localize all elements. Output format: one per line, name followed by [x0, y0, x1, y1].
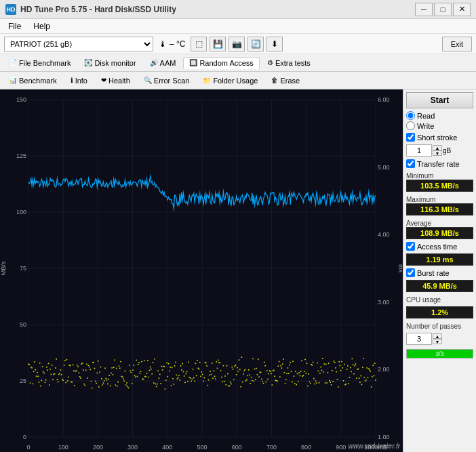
main-chart — [0, 89, 403, 452]
title-bar: HD HD Tune Pro 5.75 - Hard Disk/SSD Util… — [0, 0, 476, 19]
tab-folder-usage-label: Folder Usage — [213, 77, 258, 85]
tab-disk-monitor[interactable]: 💽 Disk monitor — [78, 57, 142, 69]
write-radio[interactable] — [406, 121, 415, 130]
progress-bar-fill: 3/3 — [407, 350, 473, 358]
tab-file-benchmark[interactable]: 📄 File Benchmark — [3, 57, 77, 69]
progress-text: 3/3 — [435, 350, 444, 357]
passes-input[interactable] — [406, 333, 432, 345]
cpu-usage-value: 1.2% — [406, 306, 473, 319]
transfer-rate-label[interactable]: Transfer rate — [406, 159, 473, 168]
short-stroke-spinner: ▲ ▼ gB — [406, 144, 473, 157]
toolbar-btn-1[interactable]: ⬚ — [191, 37, 207, 52]
tab-random-access[interactable]: 🔲 Random Access — [183, 57, 259, 69]
toolbar-icons: ⬚ 💾 📷 🔄 ⬇ — [191, 37, 283, 52]
toolbar-btn-3[interactable]: 📷 — [229, 37, 245, 52]
num-passes-label: Number of passes — [406, 323, 473, 330]
menu-bar: File Help — [0, 19, 476, 34]
short-stroke-down[interactable]: ▼ — [433, 150, 442, 156]
temp-value: – °C — [170, 39, 185, 49]
passes-spinner: ▲ ▼ — [406, 333, 473, 345]
menu-help[interactable]: Help — [28, 20, 56, 33]
maximum-label: Maximum — [406, 196, 473, 203]
maximize-button[interactable]: □ — [434, 3, 452, 16]
minimum-value: 103.5 MB/s — [406, 180, 473, 192]
minimum-section: Minimum 103.5 MB/s — [406, 171, 473, 192]
close-button[interactable]: ✕ — [453, 3, 471, 16]
short-stroke-label[interactable]: Short stroke — [406, 133, 473, 142]
tab-extra-tests-label: Extra tests — [275, 59, 311, 67]
error-scan-icon: 🔍 — [144, 77, 152, 84]
read-label: Read — [417, 112, 435, 120]
short-stroke-up[interactable]: ▲ — [433, 145, 442, 150]
burst-rate-label[interactable]: Burst rate — [406, 268, 473, 277]
watermark: www.ssd-tester.fr — [349, 442, 400, 449]
erase-icon: 🗑 — [271, 77, 278, 84]
tab-error-scan[interactable]: 🔍 Error Scan — [138, 75, 196, 87]
drive-select[interactable]: PATRIOT (251 gB) — [4, 37, 153, 52]
tab-extra-tests[interactable]: ⚙ Extra tests — [261, 57, 317, 69]
tab-file-benchmark-label: File Benchmark — [19, 59, 71, 67]
app-icon: HD — [5, 4, 16, 15]
tab-disk-monitor-label: Disk monitor — [94, 59, 136, 67]
tab-health-label: Health — [108, 77, 130, 85]
extra-tests-icon: ⚙ — [267, 59, 273, 66]
passes-up[interactable]: ▲ — [433, 333, 442, 339]
short-stroke-checkbox[interactable] — [406, 133, 415, 142]
passes-down[interactable]: ▼ — [433, 339, 442, 344]
access-time-label[interactable]: Access time — [406, 242, 473, 251]
exit-button[interactable]: Exit — [442, 37, 472, 52]
file-benchmark-icon: 📄 — [9, 59, 17, 66]
average-value: 108.9 MB/s — [406, 227, 473, 239]
short-stroke-input[interactable] — [406, 144, 432, 157]
right-panel: Start Read Write Short stroke ▲ ▼ gB — [403, 89, 476, 452]
tab-aam[interactable]: 🔊 AAM — [144, 57, 182, 69]
tab-health[interactable]: ❤ Health — [95, 75, 136, 87]
burst-rate-checkbox[interactable] — [406, 268, 415, 277]
start-button[interactable]: Start — [406, 92, 473, 108]
tab-info[interactable]: ℹ Info — [64, 75, 94, 87]
write-radio-label[interactable]: Write — [406, 121, 473, 130]
read-write-group: Read Write — [406, 111, 473, 130]
toolbar-btn-5[interactable]: ⬇ — [266, 37, 283, 52]
short-stroke-spinner-buttons: ▲ ▼ — [433, 145, 442, 156]
minimize-button[interactable]: ─ — [415, 3, 433, 16]
progress-bar-container: 3/3 — [406, 349, 473, 358]
short-stroke-unit: gB — [443, 147, 451, 155]
tab-aam-label: AAM — [160, 59, 176, 67]
tab-erase-label: Erase — [280, 77, 300, 85]
burst-rate-text: Burst rate — [417, 269, 450, 277]
chart-area: www.ssd-tester.fr — [0, 89, 403, 452]
maximum-value: 116.3 MB/s — [406, 203, 473, 215]
tab-benchmark[interactable]: 📊 Benchmark — [3, 75, 63, 87]
short-stroke-text: Short stroke — [417, 133, 457, 142]
disk-monitor-icon: 💽 — [84, 59, 92, 66]
toolbar-btn-2[interactable]: 💾 — [210, 37, 226, 52]
tab-benchmark-label: Benchmark — [19, 77, 57, 85]
tab-info-label: Info — [75, 77, 87, 85]
tab-bar-1: 📄 File Benchmark 💽 Disk monitor 🔊 AAM 🔲 … — [0, 54, 476, 72]
tab-random-access-label: Random Access — [199, 59, 253, 67]
toolbar-btn-4[interactable]: 🔄 — [247, 37, 264, 52]
write-label: Write — [417, 122, 434, 130]
tab-folder-usage[interactable]: 📁 Folder Usage — [197, 75, 264, 87]
info-icon: ℹ — [71, 77, 73, 84]
access-time-text: Access time — [417, 243, 457, 251]
folder-usage-icon: 📁 — [203, 77, 211, 84]
aam-icon: 🔊 — [150, 59, 158, 66]
minimum-label: Minimum — [406, 172, 473, 180]
menu-file[interactable]: File — [3, 20, 26, 33]
main-content: www.ssd-tester.fr Start Read Write Short… — [0, 89, 476, 452]
window-controls: ─ □ ✕ — [415, 3, 471, 16]
read-radio[interactable] — [406, 111, 415, 120]
average-section: Average 108.9 MB/s — [406, 218, 473, 239]
health-icon: ❤ — [101, 77, 106, 84]
random-access-icon: 🔲 — [189, 59, 197, 66]
access-time-checkbox[interactable] — [406, 242, 415, 251]
transfer-rate-checkbox[interactable] — [406, 159, 415, 168]
tab-error-scan-label: Error Scan — [154, 77, 190, 85]
tab-bar-2: 📊 Benchmark ℹ Info ❤ Health 🔍 Error Scan… — [0, 72, 476, 89]
passes-spinner-buttons: ▲ ▼ — [433, 333, 442, 344]
tab-erase[interactable]: 🗑 Erase — [265, 75, 306, 87]
temp-icon: 🌡 — [159, 39, 167, 49]
read-radio-label[interactable]: Read — [406, 111, 473, 120]
